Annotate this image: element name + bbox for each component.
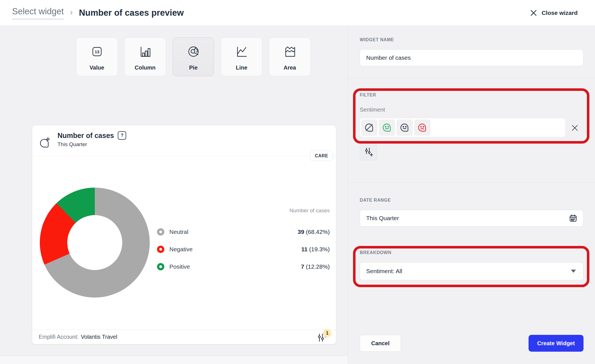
widget-type-area-button[interactable]: Area — [269, 37, 311, 76]
widget-type-line-button[interactable]: Line — [221, 37, 262, 76]
svg-text:13: 13 — [94, 49, 99, 54]
legend-value: 7 (12.28%) — [301, 263, 330, 270]
widget-type-value-button[interactable]: 13 Value — [76, 37, 118, 76]
legend-label: Negative — [169, 246, 193, 253]
breadcrumb-separator: › — [70, 7, 73, 17]
breakdown-label: BREAKDOWN — [360, 250, 391, 255]
pie-chart-icon — [186, 44, 201, 59]
sentiment-neutral-icon — [399, 122, 410, 133]
widget-type-label: Column — [135, 64, 155, 71]
widget-type-column-button[interactable]: Column — [124, 37, 166, 76]
legend-value: 11 (19.3%) — [301, 246, 330, 253]
breakdown-value: Sentiment: All — [366, 268, 402, 275]
widget-name-input[interactable] — [366, 54, 577, 61]
card-footer: Emplifi Account: Volantis Travel 1 — [32, 330, 336, 344]
panel-divider-1 — [348, 78, 595, 78]
sentiment-unset-button[interactable] — [361, 119, 377, 136]
donut-chart-hole — [67, 215, 122, 270]
widget-name-field — [360, 49, 584, 66]
date-range-select[interactable]: This Quarter — [360, 210, 584, 227]
date-range-value: This Quarter — [366, 215, 399, 222]
create-widget-button[interactable]: Create Widget — [529, 335, 584, 352]
legend-dot — [157, 263, 164, 270]
widget-name-label: WIDGET NAME — [360, 37, 394, 42]
sliders-plus-icon — [363, 147, 373, 157]
widget-type-label: Pie — [189, 64, 197, 71]
legend-row: Negative11 (19.3%) — [157, 241, 330, 258]
card-subtitle: This Quarter — [57, 141, 87, 148]
close-wizard-button[interactable]: Close wizard — [530, 0, 578, 26]
clear-filter-button[interactable] — [571, 124, 579, 132]
filter-count-badge: 1 — [323, 329, 331, 337]
sentiment-neutral-button[interactable] — [396, 119, 413, 136]
legend-dot — [157, 228, 164, 236]
page-title: Number of cases preview — [79, 8, 184, 18]
legend-row: Positive7 (12.28%) — [157, 258, 330, 275]
account-value: Volantis Travel — [81, 334, 117, 340]
line-chart-icon — [234, 44, 250, 59]
widget-type-pie-button[interactable]: Pie — [172, 37, 214, 76]
case-plus-icon — [37, 136, 51, 149]
card-header-divider — [32, 156, 336, 156]
sentiment-negative-icon — [417, 122, 428, 133]
legend-column-header: Number of cases — [157, 208, 330, 215]
sentiment-field-label: Sentiment — [360, 107, 385, 113]
sentiment-positive-icon — [382, 122, 392, 133]
add-filter-button[interactable] — [360, 143, 377, 160]
area-chart-icon — [282, 44, 298, 59]
panel-divider-2 — [348, 182, 595, 183]
chart-legend: Number of cases Neutral39 (68.42%)Negati… — [157, 208, 330, 275]
card-title: Number of cases — [57, 132, 114, 140]
widget-type-label: Area — [283, 64, 296, 71]
legend-label: Neutral — [169, 229, 188, 235]
breadcrumb-back-link[interactable]: Select widget — [12, 6, 64, 19]
care-badge: CARE — [310, 151, 333, 161]
legend-label: Positive — [169, 263, 190, 270]
value-icon: 13 — [89, 44, 105, 59]
breadcrumb: Select widget › Number of cases preview — [12, 0, 184, 26]
sentiment-positive-button[interactable] — [379, 119, 395, 136]
sentiment-unset-icon — [364, 122, 375, 133]
breakdown-dropdown[interactable]: Sentiment: All — [360, 262, 584, 280]
column-chart-icon — [137, 44, 153, 59]
help-icon[interactable]: ? — [118, 131, 126, 140]
close-icon — [530, 9, 537, 17]
widget-type-label: Line — [236, 64, 247, 71]
card-filters-button[interactable]: 1 — [316, 331, 329, 344]
calendar-icon — [569, 214, 578, 223]
legend-value: 39 (68.42%) — [298, 229, 330, 235]
chevron-down-icon — [571, 270, 576, 273]
sentiment-filter-box — [360, 118, 566, 137]
cancel-button[interactable]: Cancel — [360, 335, 401, 352]
legend-row: Neutral39 (68.42%) — [157, 223, 330, 241]
account-label: Emplifi Account: — [39, 334, 79, 340]
widget-type-label: Value — [89, 64, 104, 71]
filter-label: FILTER — [360, 93, 376, 98]
bottom-strip — [0, 356, 348, 364]
sentiment-negative-button[interactable] — [414, 119, 430, 136]
top-bar: Select widget › Number of cases preview … — [0, 0, 595, 26]
date-range-label: DATE RANGE — [360, 198, 391, 203]
panel-vertical-divider — [348, 26, 348, 364]
close-wizard-label: Close wizard — [542, 10, 578, 16]
legend-dot — [157, 246, 164, 253]
